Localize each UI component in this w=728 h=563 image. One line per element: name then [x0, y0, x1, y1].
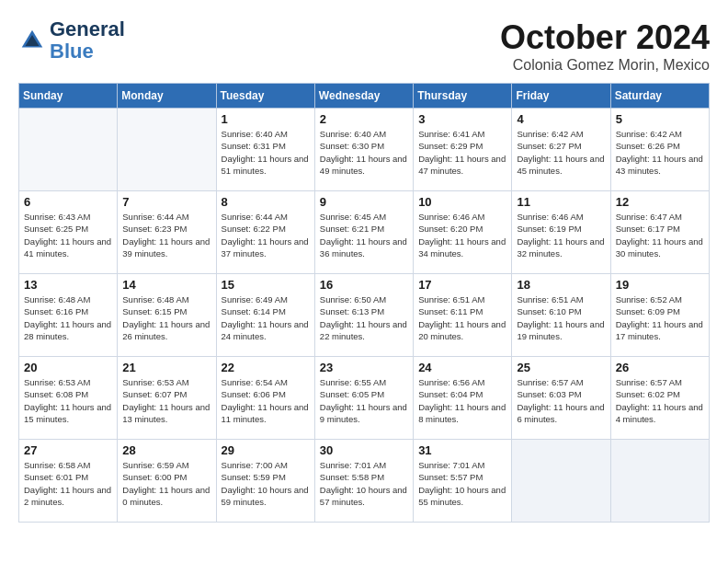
- day-number: 21: [122, 361, 210, 374]
- day-detail: Sunrise: 6:52 AM Sunset: 6:09 PM Dayligh…: [616, 293, 704, 342]
- logo-icon: [18, 27, 46, 54]
- day-number: 16: [320, 278, 408, 292]
- day-detail: Sunrise: 6:50 AM Sunset: 6:13 PM Dayligh…: [320, 293, 408, 342]
- day-detail: Sunrise: 6:47 AM Sunset: 6:17 PM Dayligh…: [616, 211, 704, 259]
- day-number: 27: [24, 443, 112, 457]
- day-number: 12: [616, 195, 704, 209]
- calendar-cell: 25Sunrise: 6:57 AM Sunset: 6:03 PM Dayli…: [512, 357, 610, 440]
- day-detail: Sunrise: 6:59 AM Sunset: 6:00 PM Dayligh…: [122, 459, 210, 508]
- calendar-cell: 27Sunrise: 6:58 AM Sunset: 6:01 PM Dayli…: [19, 440, 118, 523]
- title-block: October 2024 Colonia Gomez Morin, Mexico: [500, 18, 710, 74]
- calendar-cell: 8Sunrise: 6:44 AM Sunset: 6:22 PM Daylig…: [216, 191, 314, 274]
- location-subtitle: Colonia Gomez Morin, Mexico: [500, 57, 710, 74]
- weekday-header-monday: Monday: [118, 84, 216, 109]
- day-detail: Sunrise: 6:48 AM Sunset: 6:16 PM Dayligh…: [24, 293, 112, 342]
- day-detail: Sunrise: 6:54 AM Sunset: 6:06 PM Dayligh…: [222, 376, 310, 425]
- day-detail: Sunrise: 7:01 AM Sunset: 5:58 PM Dayligh…: [320, 459, 408, 508]
- calendar-cell: 22Sunrise: 6:54 AM Sunset: 6:06 PM Dayli…: [216, 357, 314, 440]
- calendar-cell: 17Sunrise: 6:51 AM Sunset: 6:11 PM Dayli…: [414, 274, 512, 357]
- day-number: 30: [320, 443, 408, 457]
- calendar-cell: 7Sunrise: 6:44 AM Sunset: 6:23 PM Daylig…: [118, 191, 216, 274]
- day-number: 6: [24, 195, 112, 209]
- day-number: 24: [418, 361, 506, 374]
- weekday-header-sunday: Sunday: [19, 84, 118, 109]
- day-number: 23: [320, 361, 408, 374]
- day-detail: Sunrise: 7:01 AM Sunset: 5:57 PM Dayligh…: [418, 459, 506, 508]
- day-detail: Sunrise: 6:46 AM Sunset: 6:19 PM Dayligh…: [517, 211, 605, 259]
- day-number: 13: [24, 278, 112, 292]
- day-number: 2: [320, 112, 408, 126]
- day-number: 4: [517, 112, 605, 126]
- calendar-cell: 30Sunrise: 7:01 AM Sunset: 5:58 PM Dayli…: [314, 440, 413, 523]
- day-detail: Sunrise: 6:49 AM Sunset: 6:14 PM Dayligh…: [222, 293, 310, 342]
- day-detail: Sunrise: 6:40 AM Sunset: 6:31 PM Dayligh…: [222, 128, 310, 177]
- calendar-cell: [512, 440, 610, 523]
- calendar-cell: 4Sunrise: 6:42 AM Sunset: 6:27 PM Daylig…: [512, 109, 610, 191]
- logo: General Blue: [18, 18, 125, 63]
- calendar-week-row: 27Sunrise: 6:58 AM Sunset: 6:01 PM Dayli…: [19, 440, 710, 523]
- calendar-week-row: 1Sunrise: 6:40 AM Sunset: 6:31 PM Daylig…: [19, 109, 710, 191]
- calendar-cell: 20Sunrise: 6:53 AM Sunset: 6:08 PM Dayli…: [19, 357, 118, 440]
- calendar-week-row: 6Sunrise: 6:43 AM Sunset: 6:25 PM Daylig…: [19, 191, 710, 274]
- day-number: 15: [222, 278, 310, 292]
- day-number: 9: [320, 195, 408, 209]
- calendar-cell: 24Sunrise: 6:56 AM Sunset: 6:04 PM Dayli…: [414, 357, 512, 440]
- day-number: 8: [222, 195, 310, 209]
- day-detail: Sunrise: 6:40 AM Sunset: 6:30 PM Dayligh…: [320, 128, 408, 177]
- calendar-week-row: 20Sunrise: 6:53 AM Sunset: 6:08 PM Dayli…: [19, 357, 710, 440]
- calendar-cell: 12Sunrise: 6:47 AM Sunset: 6:17 PM Dayli…: [610, 191, 709, 274]
- day-detail: Sunrise: 7:00 AM Sunset: 5:59 PM Dayligh…: [222, 459, 310, 508]
- calendar-cell: 3Sunrise: 6:41 AM Sunset: 6:29 PM Daylig…: [414, 109, 512, 191]
- day-number: 1: [222, 112, 310, 126]
- calendar-cell: 21Sunrise: 6:53 AM Sunset: 6:07 PM Dayli…: [118, 357, 216, 440]
- calendar-cell: 23Sunrise: 6:55 AM Sunset: 6:05 PM Dayli…: [314, 357, 413, 440]
- day-detail: Sunrise: 6:53 AM Sunset: 6:08 PM Dayligh…: [24, 376, 112, 425]
- calendar-cell: 15Sunrise: 6:49 AM Sunset: 6:14 PM Dayli…: [216, 274, 314, 357]
- calendar-cell: 6Sunrise: 6:43 AM Sunset: 6:25 PM Daylig…: [19, 191, 118, 274]
- day-number: 29: [222, 443, 310, 457]
- calendar-cell: 31Sunrise: 7:01 AM Sunset: 5:57 PM Dayli…: [414, 440, 512, 523]
- page-header: General Blue October 2024 Colonia Gomez …: [18, 18, 710, 74]
- calendar-week-row: 13Sunrise: 6:48 AM Sunset: 6:16 PM Dayli…: [19, 274, 710, 357]
- day-detail: Sunrise: 6:41 AM Sunset: 6:29 PM Dayligh…: [418, 128, 506, 177]
- day-detail: Sunrise: 6:58 AM Sunset: 6:01 PM Dayligh…: [24, 459, 112, 508]
- calendar-cell: 13Sunrise: 6:48 AM Sunset: 6:16 PM Dayli…: [19, 274, 118, 357]
- day-number: 17: [418, 278, 506, 292]
- day-number: 7: [122, 195, 210, 209]
- calendar-cell: 1Sunrise: 6:40 AM Sunset: 6:31 PM Daylig…: [216, 109, 314, 191]
- calendar-cell: 19Sunrise: 6:52 AM Sunset: 6:09 PM Dayli…: [610, 274, 709, 357]
- day-detail: Sunrise: 6:53 AM Sunset: 6:07 PM Dayligh…: [122, 376, 210, 425]
- calendar-cell: 11Sunrise: 6:46 AM Sunset: 6:19 PM Dayli…: [512, 191, 610, 274]
- calendar-table: SundayMondayTuesdayWednesdayThursdayFrid…: [18, 83, 710, 523]
- calendar-cell: 9Sunrise: 6:45 AM Sunset: 6:21 PM Daylig…: [314, 191, 413, 274]
- month-title: October 2024: [500, 18, 710, 57]
- day-number: 20: [24, 361, 112, 374]
- calendar-cell: 2Sunrise: 6:40 AM Sunset: 6:30 PM Daylig…: [314, 109, 413, 191]
- weekday-header-friday: Friday: [512, 84, 610, 109]
- day-number: 11: [517, 195, 605, 209]
- day-detail: Sunrise: 6:44 AM Sunset: 6:22 PM Dayligh…: [222, 211, 310, 259]
- calendar-cell: 14Sunrise: 6:48 AM Sunset: 6:15 PM Dayli…: [118, 274, 216, 357]
- day-number: 5: [616, 112, 704, 126]
- calendar-cell: [118, 109, 216, 191]
- day-number: 22: [222, 361, 310, 374]
- day-detail: Sunrise: 6:51 AM Sunset: 6:11 PM Dayligh…: [418, 293, 506, 342]
- weekday-header-row: SundayMondayTuesdayWednesdayThursdayFrid…: [19, 84, 710, 109]
- day-detail: Sunrise: 6:42 AM Sunset: 6:27 PM Dayligh…: [517, 128, 605, 177]
- day-detail: Sunrise: 6:55 AM Sunset: 6:05 PM Dayligh…: [320, 376, 408, 425]
- day-detail: Sunrise: 6:57 AM Sunset: 6:03 PM Dayligh…: [517, 376, 605, 425]
- logo-text: General Blue: [50, 18, 125, 63]
- calendar-cell: 29Sunrise: 7:00 AM Sunset: 5:59 PM Dayli…: [216, 440, 314, 523]
- day-number: 3: [418, 112, 506, 126]
- day-detail: Sunrise: 6:43 AM Sunset: 6:25 PM Dayligh…: [24, 211, 112, 259]
- calendar-cell: 5Sunrise: 6:42 AM Sunset: 6:26 PM Daylig…: [610, 109, 709, 191]
- day-detail: Sunrise: 6:57 AM Sunset: 6:02 PM Dayligh…: [616, 376, 704, 425]
- weekday-header-thursday: Thursday: [414, 84, 512, 109]
- day-detail: Sunrise: 6:48 AM Sunset: 6:15 PM Dayligh…: [122, 293, 210, 342]
- day-detail: Sunrise: 6:42 AM Sunset: 6:26 PM Dayligh…: [616, 128, 704, 177]
- weekday-header-wednesday: Wednesday: [314, 84, 413, 109]
- calendar-cell: [19, 109, 118, 191]
- day-detail: Sunrise: 6:51 AM Sunset: 6:10 PM Dayligh…: [517, 293, 605, 342]
- day-number: 25: [517, 361, 605, 374]
- day-number: 18: [517, 278, 605, 292]
